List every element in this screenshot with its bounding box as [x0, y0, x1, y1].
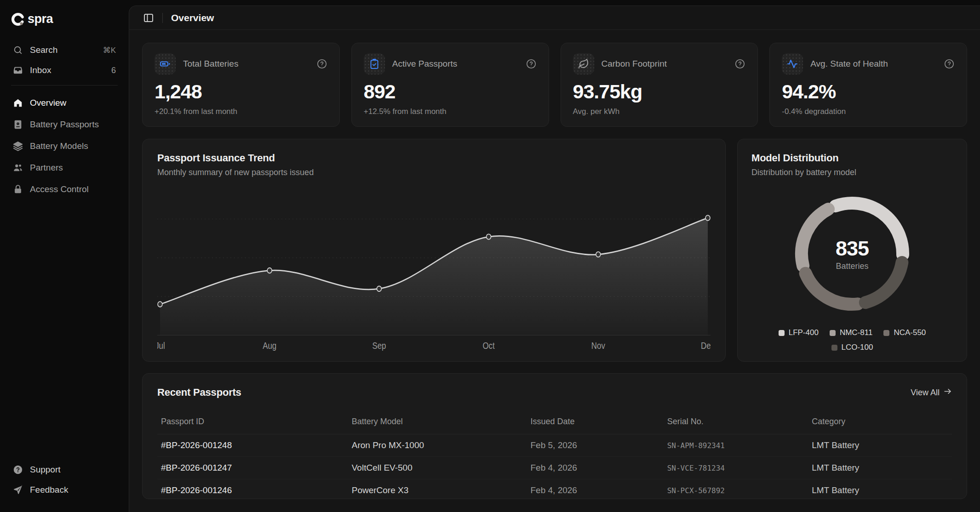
sidebar-item-battery-passports[interactable]: Battery Passports [9, 114, 120, 135]
sidebar-item-inbox[interactable]: Inbox 6 [9, 60, 120, 80]
passports-table: Passport ID Battery Model Issued Date Se… [157, 410, 952, 499]
legend-label: NMC-811 [840, 328, 872, 337]
col-issued-date: Issued Date [527, 410, 664, 434]
stat-card-total-batteries: Total Batteries 1,248 +20.1% from last m… [142, 43, 340, 127]
support-label: Support [30, 465, 61, 475]
cell-serial-no: SN-APM-892341 [664, 434, 808, 457]
table-row[interactable]: #BP-2026-001248 Aron Pro MX-1000 Feb 5, … [157, 434, 952, 457]
help-icon[interactable] [526, 58, 537, 69]
stat-note: -0.4% degradation [782, 107, 955, 116]
main-panel: Overview Total Batteries [129, 6, 980, 512]
cell-passport-id: #BP-2026-001247 [157, 457, 348, 479]
distribution-card: Model Distribution Distribution by batte… [737, 139, 967, 362]
legend-label: NCA-550 [894, 328, 926, 337]
nav-label: Partners [30, 163, 63, 173]
legend-swatch [831, 345, 837, 351]
stat-title: Total Batteries [183, 59, 238, 69]
activity-icon [782, 53, 803, 74]
recent-passports-card: Recent Passports View All Passport [142, 373, 967, 499]
sidebar-item-feedback[interactable]: Feedback [9, 480, 120, 500]
sidebar-item-partners[interactable]: Partners [9, 157, 120, 178]
cell-serial-no: SN-VCE-781234 [664, 457, 808, 479]
nav-label: Overview [30, 98, 66, 108]
stat-card-state-of-health: Avg. State of Health 94.2% -0.4% degrada… [769, 43, 967, 127]
cell-battery-model: Aron Pro MX-1000 [348, 434, 527, 457]
help-icon[interactable] [316, 58, 327, 69]
legend-item: LFP-400 [779, 328, 819, 337]
nav-label: Access Control [30, 184, 89, 194]
legend-label: LFP-400 [789, 328, 819, 337]
help-icon[interactable] [734, 58, 745, 69]
table-row[interactable]: #BP-2026-001247 VoltCell EV-500 Feb 4, 2… [157, 457, 952, 479]
leaf-icon [573, 53, 594, 74]
svg-text:Jul: Jul [157, 341, 165, 351]
trend-chart-subtitle: Monthly summary of new passports issued [157, 168, 711, 177]
cell-category: LMT Battery [808, 457, 952, 479]
svg-text:Aug: Aug [263, 341, 276, 351]
view-all-label: View All [911, 388, 940, 398]
svg-text:Oct: Oct [482, 341, 494, 351]
distribution-subtitle: Distribution by battery model [751, 168, 953, 177]
col-passport-id: Passport ID [157, 410, 348, 434]
inbox-badge: 6 [111, 66, 116, 75]
col-serial-no: Serial No. [664, 410, 808, 434]
battery-icon [155, 53, 176, 74]
page-title: Overview [171, 12, 214, 23]
stat-value: 94.2% [782, 80, 955, 103]
svg-text:Sep: Sep [372, 341, 386, 351]
brand-logo-text: spra [28, 12, 53, 26]
nav-label: Battery Models [30, 141, 88, 151]
lock-icon [13, 184, 23, 194]
sidebar-item-support[interactable]: Support [9, 460, 120, 480]
stat-title: Avg. State of Health [810, 59, 888, 69]
stat-value: 93.75kg [573, 80, 746, 103]
trend-area-chart[interactable]: JulAugSepOctNovDec [157, 186, 711, 351]
table-title: Recent Passports [157, 387, 241, 398]
app-root: spra Search ⌘K Inbox 6 Overview [0, 0, 980, 512]
sidebar-item-access-control[interactable]: Access Control [9, 178, 120, 200]
home-icon [13, 98, 23, 108]
sidebar-item-overview[interactable]: Overview [9, 92, 120, 114]
col-category: Category [808, 410, 952, 434]
topbar-divider [162, 13, 163, 23]
cell-category: LMT Battery [808, 479, 952, 500]
stat-note: Avg. per kWh [573, 107, 746, 116]
nav-label: Battery Passports [30, 119, 99, 130]
inbox-label: Inbox [30, 65, 51, 75]
sidebar-toggle-button[interactable] [143, 12, 154, 23]
donut-chart[interactable]: 835 Batteries [788, 189, 917, 318]
cell-issued-date: Feb 5, 2026 [527, 434, 664, 457]
brand-logo-icon [11, 12, 25, 26]
send-icon [13, 485, 23, 495]
stat-value: 892 [364, 80, 537, 103]
sidebar: spra Search ⌘K Inbox 6 Overview [0, 0, 129, 512]
cell-battery-model: PowerCore X3 [348, 479, 527, 500]
legend-item: LCO-100 [831, 343, 873, 352]
trend-chart-card: Passport Issuance Trend Monthly summary … [142, 139, 726, 362]
search-shortcut: ⌘K [103, 46, 116, 55]
cell-passport-id: #BP-2026-001246 [157, 479, 348, 500]
stats-row: Total Batteries 1,248 +20.1% from last m… [142, 43, 967, 127]
table-row[interactable]: #BP-2026-001246 PowerCore X3 Feb 4, 2026… [157, 479, 952, 500]
cell-battery-model: VoltCell EV-500 [348, 457, 527, 479]
legend-swatch [779, 330, 785, 336]
view-all-link[interactable]: View All [911, 387, 952, 398]
cell-category: LMT Battery [808, 434, 952, 457]
charts-row: Passport Issuance Trend Monthly summary … [142, 139, 967, 361]
distribution-title: Model Distribution [751, 152, 953, 164]
stat-title: Active Passports [392, 59, 458, 69]
cell-serial-no: SN-PCX-567892 [664, 479, 808, 500]
inbox-icon [13, 65, 23, 75]
cell-issued-date: Feb 4, 2026 [527, 457, 664, 479]
cell-issued-date: Feb 4, 2026 [527, 479, 664, 500]
sidebar-item-search[interactable]: Search ⌘K [9, 40, 120, 60]
help-icon[interactable] [944, 58, 955, 69]
sidebar-item-battery-models[interactable]: Battery Models [9, 135, 120, 157]
table-header-row: Passport ID Battery Model Issued Date Se… [157, 410, 952, 434]
stat-card-carbon-footprint: Carbon Footprint 93.75kg Avg. per kWh [561, 43, 758, 127]
col-battery-model: Battery Model [348, 410, 527, 434]
stat-card-active-passports: Active Passports 892 +12.5% from last mo… [351, 43, 549, 127]
legend-swatch [883, 330, 889, 336]
donut-legend: LFP-400 NMC-811 NCA-550 [760, 328, 944, 352]
sidebar-divider [11, 85, 118, 85]
